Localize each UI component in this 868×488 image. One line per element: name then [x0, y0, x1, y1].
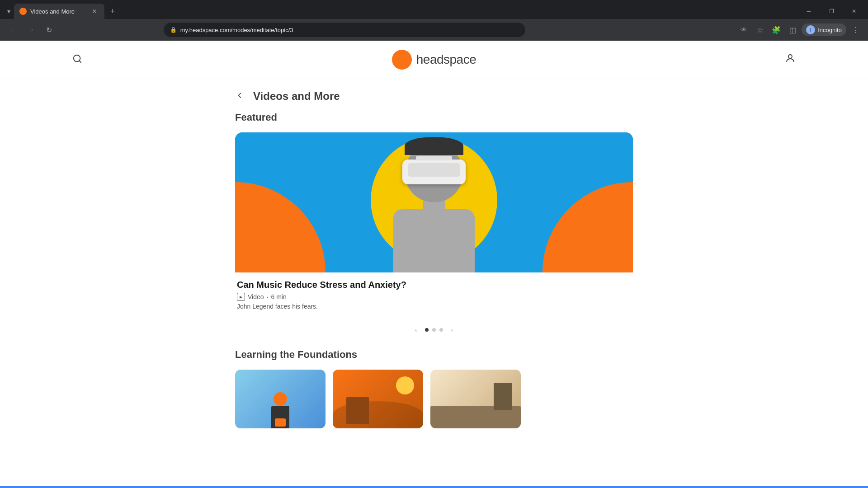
user-button[interactable] [785, 53, 796, 66]
tab-bar: ▾ Videos and More ✕ + ─ ❒ ✕ [0, 0, 868, 19]
featured-card-info: Can Music Reduce Stress and Anxiety? ▶ V… [235, 272, 633, 317]
forward-nav-button[interactable]: → [24, 23, 38, 37]
search-button[interactable] [72, 54, 82, 66]
card2-sun [396, 376, 414, 394]
card2-building [346, 397, 369, 424]
back-button[interactable] [235, 91, 244, 102]
learning-cards [235, 370, 633, 428]
logo-text: headspace [416, 52, 476, 67]
learning-card-1[interactable] [235, 370, 326, 428]
card1-figure [267, 392, 294, 428]
vr-lens-bar [408, 163, 460, 177]
featured-image [235, 132, 633, 272]
featured-section: Featured [235, 112, 633, 335]
progress-bar [0, 486, 868, 488]
tab-title: Videos and More [30, 8, 86, 15]
svg-line-1 [79, 61, 81, 62]
refresh-button[interactable]: ↻ [42, 23, 56, 37]
page-header: Videos and More [235, 79, 633, 112]
address-text: my.headspace.com/modes/meditate/topic/3 [180, 27, 293, 33]
person-figure [380, 141, 488, 272]
featured-section-title: Featured [235, 112, 633, 123]
carousel-controls: ‹ › [235, 324, 633, 335]
tab-list-arrow[interactable]: ▾ [4, 5, 14, 18]
browser-menu-button[interactable]: ⋮ [848, 23, 863, 37]
carousel-dot-1[interactable] [425, 328, 429, 332]
carousel-next-button[interactable]: › [447, 324, 458, 335]
learning-section-title: Learning the Foundations [235, 349, 633, 361]
browser-chrome: ▾ Videos and More ✕ + ─ ❒ ✕ ← → ↻ 🔒 my.h… [0, 0, 868, 41]
card3-element [494, 383, 512, 410]
hs-header: headspace [0, 41, 868, 79]
sidebar-button[interactable]: ◫ [785, 23, 800, 37]
restore-button[interactable]: ❒ [821, 4, 842, 19]
new-tab-button[interactable]: + [106, 5, 119, 18]
featured-card[interactable]: Can Music Reduce Stress and Anxiety? ▶ V… [235, 132, 633, 317]
profile-label: Incognito [818, 27, 842, 33]
card-duration: 6 min [271, 293, 286, 300]
carousel-dot-3[interactable] [439, 328, 443, 332]
carousel-dot-2[interactable] [432, 328, 436, 332]
window-controls: ─ ❒ ✕ [798, 4, 868, 19]
person-body [393, 209, 475, 272]
learning-section: Learning the Foundations [235, 349, 633, 428]
minimize-button[interactable]: ─ [798, 4, 819, 19]
nav-right: 👁 ☆ 🧩 ◫ I Incognito ⋮ [736, 23, 863, 37]
hs-main: Videos and More Featured [217, 79, 651, 446]
featured-card-desc: John Legend faces his fears. [237, 303, 631, 310]
video-icon: ▶ [237, 293, 245, 301]
vr-headset [402, 160, 466, 184]
logo-circle [392, 50, 412, 70]
page-title: Videos and More [253, 90, 340, 103]
back-nav-button[interactable]: ← [5, 23, 20, 37]
learning-card-3[interactable] [430, 370, 521, 428]
vr-top-strap [416, 156, 452, 160]
nav-bar: ← → ↻ 🔒 my.headspace.com/modes/meditate/… [0, 19, 868, 41]
svg-point-2 [788, 55, 792, 58]
card-separator: · [267, 293, 269, 300]
profile-button[interactable]: I Incognito [802, 23, 846, 36]
featured-card-title: Can Music Reduce Stress and Anxiety? [237, 280, 631, 290]
hs-logo[interactable]: headspace [392, 50, 476, 70]
carousel-prev-button[interactable]: ‹ [410, 324, 421, 335]
progress-fill [0, 486, 868, 488]
featured-card-meta: ▶ Video · 6 min [237, 293, 631, 301]
tab-favicon [19, 8, 27, 15]
profile-icon: I [806, 25, 815, 34]
lock-icon: 🔒 [170, 27, 177, 33]
learning-card-2[interactable] [333, 370, 423, 428]
extensions-button[interactable]: 🧩 [769, 23, 783, 37]
page-content: headspace Videos and More Featured [0, 41, 868, 488]
address-bar[interactable]: 🔒 my.headspace.com/modes/meditate/topic/… [164, 23, 525, 37]
card-type: Video [248, 293, 264, 300]
tab-close-button[interactable]: ✕ [90, 7, 99, 16]
eye-slash-icon: 👁 [736, 23, 751, 37]
active-tab[interactable]: Videos and More ✕ [14, 4, 104, 19]
person-hair [405, 137, 463, 155]
favorite-button[interactable]: ☆ [753, 23, 767, 37]
close-window-button[interactable]: ✕ [844, 4, 864, 19]
